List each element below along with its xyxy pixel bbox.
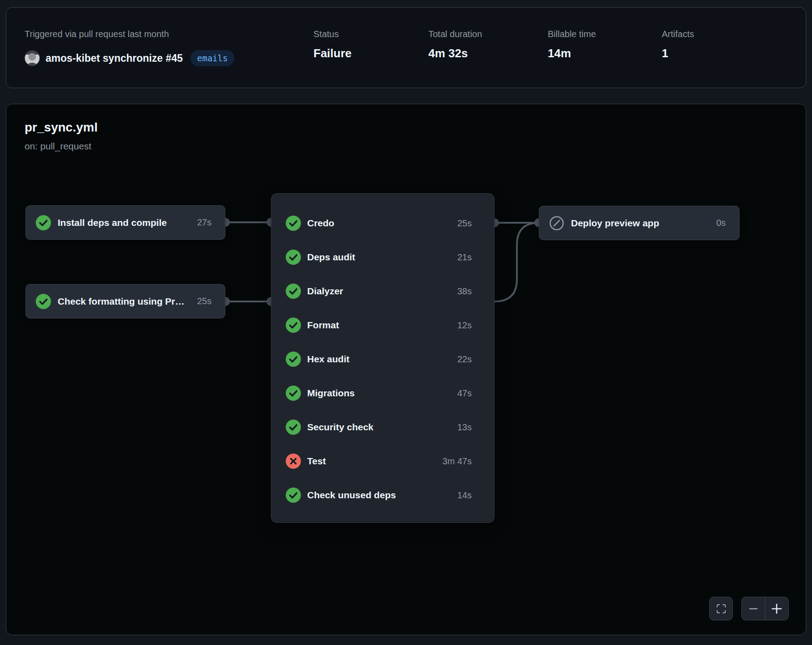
zoom-in-icon [771, 603, 782, 615]
check-circle-icon [286, 250, 301, 265]
stat-label: Billable time [548, 29, 596, 39]
fullscreen-icon [715, 602, 728, 615]
x-circle-icon [286, 454, 301, 469]
branch-badge[interactable]: emails [190, 50, 235, 66]
job-duration: 47s [457, 388, 472, 399]
job-duration: 25s [197, 296, 211, 306]
job-row-format[interactable]: Format 12s [271, 308, 494, 342]
job-matrix-group: Credo 25s Deps audit 21s Dialyzer 38s Fo… [271, 193, 495, 523]
job-node-check-formatting[interactable]: Check formatting using Pr… 25s [25, 284, 225, 318]
stat-label: Total duration [428, 29, 482, 39]
commit-link[interactable]: amos-kibet synchronize #45 [46, 52, 183, 64]
workflow-file-name: pr_sync.yml [25, 120, 97, 135]
stat-label: Artifacts [662, 29, 694, 39]
job-name: Hex audit [307, 354, 350, 365]
zoom-controls [741, 597, 789, 620]
stat-value: 4m 32s [428, 47, 482, 60]
job-row-check-unused-deps[interactable]: Check unused deps 14s [271, 478, 494, 512]
job-node-deploy-preview[interactable]: Deploy preview app 0s [539, 206, 740, 240]
check-circle-icon [286, 318, 301, 333]
check-circle-icon [36, 215, 51, 230]
check-circle-icon [286, 386, 301, 401]
workflow-trigger: on: pull_request [25, 141, 91, 152]
job-duration: 21s [457, 252, 472, 263]
job-duration: 0s [716, 218, 726, 228]
job-row-security-check[interactable]: Security check 13s [271, 410, 494, 444]
job-name: Format [307, 320, 339, 331]
job-name: Migrations [307, 388, 355, 399]
zoom-in-button[interactable] [765, 597, 789, 620]
job-duration: 14s [457, 490, 472, 501]
stat-value: 1 [662, 47, 694, 60]
stat-status: Status Failure [313, 29, 351, 60]
check-circle-icon [286, 216, 301, 231]
job-name: Security check [307, 422, 373, 433]
job-row-migrations[interactable]: Migrations 47s [271, 376, 494, 410]
stat-value: Failure [313, 47, 351, 60]
job-duration: 27s [197, 217, 211, 228]
slash-circle-icon [549, 216, 564, 231]
job-duration: 12s [457, 320, 472, 331]
job-name: Test [307, 456, 326, 467]
trigger-text: Triggered via pull request last month [25, 29, 169, 39]
stat-artifacts: Artifacts 1 [662, 29, 694, 60]
job-name: Check formatting using Pr… [58, 296, 185, 307]
check-circle-icon [286, 488, 301, 503]
commit-row: amos-kibet synchronize #45 emails [25, 50, 234, 66]
check-circle-icon [286, 284, 301, 299]
check-circle-icon [286, 352, 301, 367]
job-name: Deploy preview app [571, 218, 659, 229]
avatar-image [25, 51, 40, 66]
fullscreen-button[interactable] [709, 597, 733, 620]
check-circle-icon [286, 420, 301, 435]
stat-billable-time: Billable time 14m [548, 29, 596, 60]
job-row-dialyzer[interactable]: Dialyzer 38s [271, 274, 494, 308]
job-name: Check unused deps [307, 490, 396, 501]
job-duration: 38s [457, 286, 472, 297]
job-node-install-deps[interactable]: Install deps and compile 27s [25, 205, 225, 240]
zoom-out-button[interactable] [742, 597, 765, 620]
stat-label: Status [313, 29, 351, 39]
job-duration: 13s [457, 422, 472, 433]
job-row-credo[interactable]: Credo 25s [271, 206, 494, 240]
stat-total-duration: Total duration 4m 32s [428, 29, 482, 60]
job-row-hex-audit[interactable]: Hex audit 22s [271, 342, 494, 376]
job-name: Dialyzer [307, 286, 343, 297]
check-circle-icon [36, 294, 51, 309]
job-name: Install deps and compile [58, 217, 167, 228]
job-name: Credo [307, 218, 334, 229]
run-summary-card: Triggered via pull request last month am… [6, 7, 806, 88]
zoom-out-icon [748, 603, 759, 614]
job-duration: 22s [457, 354, 472, 365]
job-duration: 25s [457, 218, 472, 229]
job-row-test[interactable]: Test 3m 47s [271, 444, 494, 478]
avatar[interactable] [25, 51, 40, 66]
job-duration: 3m 47s [442, 456, 472, 467]
stat-value: 14m [548, 47, 596, 60]
job-name: Deps audit [307, 252, 355, 263]
job-row-deps-audit[interactable]: Deps audit 21s [271, 240, 494, 274]
workflow-graph-canvas[interactable]: pr_sync.yml on: pull_request Install dep… [6, 104, 806, 635]
